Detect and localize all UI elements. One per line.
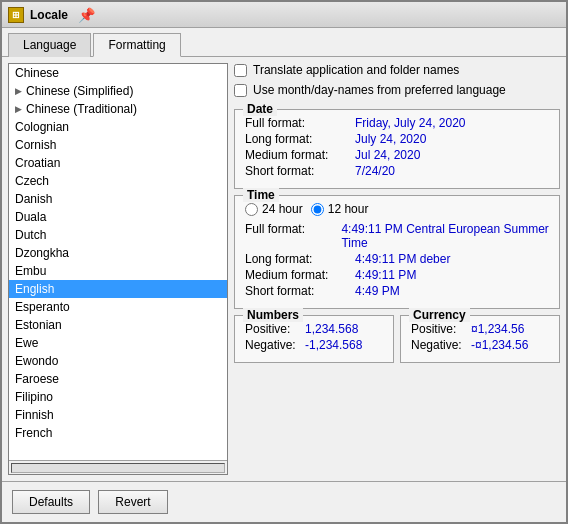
time-options: 24 hour 12 hour <box>245 202 549 216</box>
list-item[interactable]: Dzongkha <box>9 244 227 262</box>
numbers-format-value: -1,234.568 <box>305 338 362 352</box>
list-item-label: Czech <box>15 174 49 188</box>
right-panel: Translate application and folder names U… <box>234 63 560 475</box>
date-format-row: Long format:July 24, 2020 <box>245 132 549 146</box>
date-section-title: Date <box>243 102 277 116</box>
date-format-label: Short format: <box>245 164 355 178</box>
list-item[interactable]: ▶Chinese (Simplified) <box>9 82 227 100</box>
currency-format-value: -¤1,234.56 <box>471 338 528 352</box>
date-format-label: Long format: <box>245 132 355 146</box>
translate-names-label: Translate application and folder names <box>253 63 459 77</box>
numbers-rows: Positive:1,234.568Negative:-1,234.568 <box>245 322 383 352</box>
horizontal-scrollbar[interactable] <box>9 460 227 474</box>
list-item-label: Dutch <box>15 228 46 242</box>
list-item-label: Estonian <box>15 318 62 332</box>
list-item-label: Croatian <box>15 156 60 170</box>
list-item[interactable]: Croatian <box>9 154 227 172</box>
revert-button[interactable]: Revert <box>98 490 168 514</box>
time-rows: Full format:4:49:11 PM Central European … <box>245 222 549 298</box>
numbers-format-value: 1,234.568 <box>305 322 358 336</box>
list-item[interactable]: ▶Chinese (Traditional) <box>9 100 227 118</box>
time-format-label: Long format: <box>245 252 355 266</box>
pin-icon[interactable]: 📌 <box>78 7 95 23</box>
date-format-row: Medium format:Jul 24, 2020 <box>245 148 549 162</box>
numbers-format-row: Positive:1,234.568 <box>245 322 383 336</box>
time-format-row: Medium format:4:49:11 PM <box>245 268 549 282</box>
list-item[interactable]: Embu <box>9 262 227 280</box>
numbers-section-title: Numbers <box>243 308 303 322</box>
date-rows: Full format:Friday, July 24, 2020Long fo… <box>245 116 549 178</box>
time-format-label: Full format: <box>245 222 341 250</box>
list-item[interactable]: English <box>9 280 227 298</box>
radio-12hour-label: 12 hour <box>328 202 369 216</box>
time-format-value: 4:49:11 PM Central European Summer Time <box>341 222 549 250</box>
tab-language[interactable]: Language <box>8 33 91 57</box>
numbers-format-label: Positive: <box>245 322 305 336</box>
use-month-day-row: Use month/day-names from preferred langu… <box>234 83 560 97</box>
time-section-title: Time <box>243 188 279 202</box>
bottom-sections: Numbers Positive:1,234.568Negative:-1,23… <box>234 315 560 363</box>
list-item-label: Colognian <box>15 120 69 134</box>
list-item-label: Danish <box>15 192 52 206</box>
numbers-format-row: Negative:-1,234.568 <box>245 338 383 352</box>
time-format-value: 4:49:11 PM deber <box>355 252 450 266</box>
list-item[interactable]: Ewondo <box>9 352 227 370</box>
list-item[interactable]: Duala <box>9 208 227 226</box>
translate-names-row: Translate application and folder names <box>234 63 560 77</box>
title-bar: ⊞ Locale 📌 <box>2 2 566 28</box>
list-item-label: Finnish <box>15 408 54 422</box>
list-item[interactable]: Faroese <box>9 370 227 388</box>
use-month-day-label: Use month/day-names from preferred langu… <box>253 83 506 97</box>
tab-formatting[interactable]: Formatting <box>93 33 180 57</box>
list-item-label: Chinese (Traditional) <box>26 102 137 116</box>
tabs-bar: Language Formatting <box>2 28 566 56</box>
list-item-label: Filipino <box>15 390 53 404</box>
use-month-day-checkbox[interactable] <box>234 84 247 97</box>
list-item[interactable]: Ewe <box>9 334 227 352</box>
list-item[interactable]: Danish <box>9 190 227 208</box>
list-item[interactable]: Czech <box>9 172 227 190</box>
date-format-label: Medium format: <box>245 148 355 162</box>
list-item[interactable]: Chinese <box>9 64 227 82</box>
list-item[interactable]: Colognian <box>9 118 227 136</box>
translate-names-checkbox[interactable] <box>234 64 247 77</box>
radio-24hour-input[interactable] <box>245 203 258 216</box>
radio-24hour: 24 hour <box>245 202 303 216</box>
list-item[interactable]: Filipino <box>9 388 227 406</box>
currency-rows: Positive:¤1,234.56Negative:-¤1,234.56 <box>411 322 549 352</box>
radio-12hour-input[interactable] <box>311 203 324 216</box>
date-format-value: July 24, 2020 <box>355 132 426 146</box>
defaults-button[interactable]: Defaults <box>12 490 90 514</box>
numbers-section: Numbers Positive:1,234.568Negative:-1,23… <box>234 315 394 363</box>
date-format-row: Short format:7/24/20 <box>245 164 549 178</box>
currency-section: Currency Positive:¤1,234.56Negative:-¤1,… <box>400 315 560 363</box>
list-item-label: Ewondo <box>15 354 58 368</box>
language-list-container[interactable]: Chinese▶Chinese (Simplified)▶Chinese (Tr… <box>9 64 227 460</box>
locale-window: ⊞ Locale 📌 Language Formatting Chinese▶C… <box>0 0 568 524</box>
arrow-icon: ▶ <box>15 86 22 96</box>
currency-format-label: Positive: <box>411 322 471 336</box>
list-item-label: English <box>15 282 54 296</box>
list-item[interactable]: Finnish <box>9 406 227 424</box>
list-item-label: French <box>15 426 52 440</box>
date-format-row: Full format:Friday, July 24, 2020 <box>245 116 549 130</box>
footer: Defaults Revert <box>2 481 566 522</box>
list-item-label: Esperanto <box>15 300 70 314</box>
date-format-label: Full format: <box>245 116 355 130</box>
date-format-value: 7/24/20 <box>355 164 395 178</box>
list-item[interactable]: Dutch <box>9 226 227 244</box>
date-format-value: Friday, July 24, 2020 <box>355 116 466 130</box>
time-format-row: Long format:4:49:11 PM deber <box>245 252 549 266</box>
time-format-label: Short format: <box>245 284 355 298</box>
list-item[interactable]: Esperanto <box>9 298 227 316</box>
list-item-label: Cornish <box>15 138 56 152</box>
list-item[interactable]: Estonian <box>9 316 227 334</box>
list-item-label: Ewe <box>15 336 38 350</box>
hscroll-track[interactable] <box>11 463 225 473</box>
arrow-icon: ▶ <box>15 104 22 114</box>
currency-section-title: Currency <box>409 308 470 322</box>
list-item[interactable]: French <box>9 424 227 442</box>
time-format-row: Short format:4:49 PM <box>245 284 549 298</box>
list-item[interactable]: Cornish <box>9 136 227 154</box>
date-section: Date Full format:Friday, July 24, 2020Lo… <box>234 109 560 189</box>
